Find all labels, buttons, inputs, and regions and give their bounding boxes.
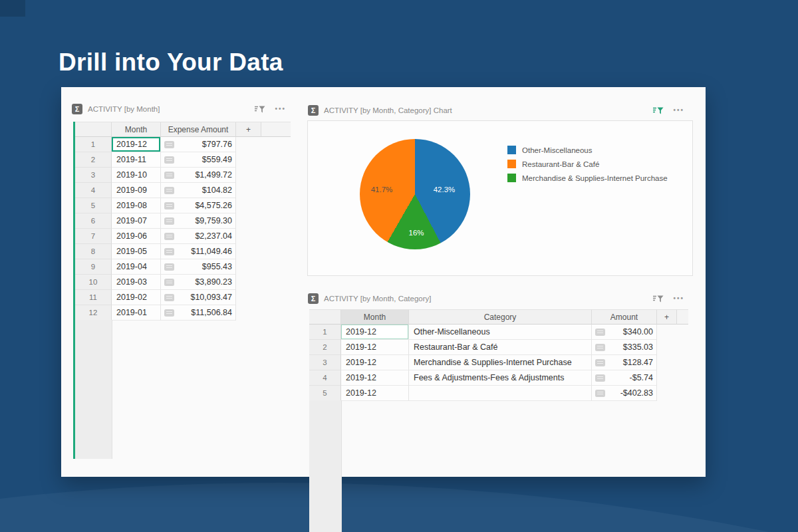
chart-widget-header: Σ ACTIVITY [by Month, Category] Chart ••… <box>308 104 684 117</box>
table-row: 8 2019-05 $11,049.46 <box>75 244 291 259</box>
add-column-button[interactable]: + <box>236 122 261 137</box>
expense-amount-cell[interactable]: $9,759.30 <box>161 213 236 229</box>
month-cell[interactable]: 2019-12 <box>341 325 409 340</box>
expense-amount-cell[interactable]: $559.49 <box>161 152 236 168</box>
amount-cell[interactable]: $335.03 <box>592 340 657 355</box>
row-number-cell[interactable]: 4 <box>75 183 112 198</box>
rollup-icon <box>595 329 605 336</box>
month-cell[interactable]: 2019-11 <box>112 152 161 168</box>
chart-legend: Other-Miscellaneous Restaurant-Bar & Caf… <box>507 143 668 185</box>
month-cell[interactable]: 2019-12 <box>341 370 409 386</box>
empty-header-cell <box>261 122 291 137</box>
amount-cell[interactable]: -$402.83 <box>592 386 657 401</box>
month-cell[interactable]: 2019-01 <box>112 305 161 321</box>
expense-amount-cell[interactable]: $104.82 <box>161 183 236 198</box>
expense-amount-cell[interactable]: $3,890.23 <box>161 275 236 290</box>
expense-amount-cell[interactable]: $10,093.47 <box>161 290 236 305</box>
row-number-cell[interactable]: 8 <box>75 244 112 259</box>
category-cell[interactable] <box>409 386 592 401</box>
rollup-icon <box>164 172 174 179</box>
rollup-icon <box>164 279 174 286</box>
month-cell[interactable]: 2019-12 <box>341 355 409 370</box>
table-row: 4 2019-12 Fees & Adjustments-Fees & Adju… <box>309 370 688 386</box>
month-cell[interactable]: 2019-04 <box>112 259 161 275</box>
row-number-header[interactable] <box>75 122 112 137</box>
month-cell[interactable]: 2019-02 <box>112 290 161 305</box>
row-number-header[interactable] <box>309 310 341 325</box>
filter-icon[interactable] <box>254 104 265 114</box>
row-number-cell[interactable]: 4 <box>309 370 341 386</box>
rollup-icon <box>164 217 174 225</box>
monthly-widget-header: Σ ACTIVITY [by Month] ••• <box>72 102 286 116</box>
row-number-cell[interactable]: 5 <box>309 386 341 401</box>
monthly-grid-header: Month Expense Amount + <box>75 122 291 137</box>
amount-cell[interactable]: -$5.74 <box>592 370 657 386</box>
row-number-cell[interactable]: 10 <box>75 275 112 290</box>
empty-row-header-strip <box>75 320 112 459</box>
row-number-cell[interactable]: 2 <box>309 340 341 355</box>
row-number-cell[interactable]: 6 <box>75 213 112 229</box>
filter-icon-active[interactable] <box>652 106 664 116</box>
amount-cell[interactable]: $340.00 <box>592 325 657 340</box>
month-cell[interactable]: 2019-12 <box>112 137 161 152</box>
corner-decoration <box>0 0 25 17</box>
column-header-expense-amount[interactable]: Expense Amount <box>161 122 236 137</box>
sigma-icon: Σ <box>308 105 319 116</box>
month-cell[interactable]: 2019-07 <box>112 213 161 229</box>
legend-swatch <box>507 146 516 154</box>
row-number-cell[interactable]: 7 <box>75 229 112 244</box>
row-number-cell[interactable]: 11 <box>75 290 112 305</box>
expense-amount-cell[interactable]: $4,575.26 <box>161 198 236 213</box>
month-cell[interactable]: 2019-10 <box>112 168 161 183</box>
table-row: 12 2019-01 $11,506.84 <box>75 305 291 321</box>
pie-slice-label: 41.7% <box>371 186 393 194</box>
row-number-cell[interactable]: 5 <box>75 198 112 213</box>
legend-item: Merchandise & Supplies-Internet Purchase <box>507 171 668 185</box>
row-number-cell[interactable]: 1 <box>309 325 341 340</box>
expense-amount-cell[interactable]: $11,506.84 <box>161 305 236 321</box>
expense-amount-cell[interactable]: $797.76 <box>161 137 236 152</box>
row-number-cell[interactable]: 9 <box>75 259 112 275</box>
filter-icon[interactable] <box>652 294 664 304</box>
category-cell[interactable]: Restaurant-Bar & Café <box>409 340 592 355</box>
column-header-category[interactable]: Category <box>409 310 592 325</box>
month-cell[interactable]: 2019-03 <box>112 275 161 290</box>
column-header-month[interactable]: Month <box>341 310 409 325</box>
expense-amount-cell[interactable]: $2,237.04 <box>161 229 236 244</box>
expense-amount-cell[interactable]: $1,499.72 <box>161 168 236 183</box>
add-column-button[interactable]: + <box>657 310 677 325</box>
detail-grid-rows: 1 2019-12 Other-Miscellaneous $340.00 2 <box>309 325 688 401</box>
expense-amount-cell[interactable]: $11,049.46 <box>161 244 236 259</box>
rollup-icon <box>595 344 605 351</box>
row-number-cell[interactable]: 2 <box>75 152 112 168</box>
amount-cell[interactable]: $128.47 <box>592 355 657 370</box>
row-number-cell[interactable]: 12 <box>75 305 112 321</box>
month-cell[interactable]: 2019-05 <box>112 244 161 259</box>
row-number-cell[interactable]: 3 <box>75 168 112 183</box>
month-cell[interactable]: 2019-12 <box>341 340 409 355</box>
sigma-icon: Σ <box>72 104 82 114</box>
more-options-icon[interactable]: ••• <box>673 107 684 114</box>
more-options-icon[interactable]: ••• <box>275 106 286 112</box>
month-cell[interactable]: 2019-12 <box>341 386 409 401</box>
empty-header-cell <box>677 310 688 325</box>
column-header-amount[interactable]: Amount <box>592 310 657 325</box>
month-cell[interactable]: 2019-08 <box>112 198 161 213</box>
more-options-icon[interactable]: ••• <box>673 295 684 302</box>
month-cell[interactable]: 2019-06 <box>112 229 161 244</box>
table-row: 3 2019-10 $1,499.72 <box>75 168 291 183</box>
legend-item: Other-Miscellaneous <box>507 143 668 157</box>
category-cell[interactable]: Merchandise & Supplies-Internet Purchase <box>409 355 592 370</box>
category-cell[interactable]: Other-Miscellaneous <box>409 325 592 340</box>
table-row: 5 2019-08 $4,575.26 <box>75 198 291 213</box>
row-number-cell[interactable]: 1 <box>75 137 112 152</box>
month-cell[interactable]: 2019-09 <box>112 183 161 198</box>
grid-accent-bar <box>73 122 75 459</box>
table-row: 3 2019-12 Merchandise & Supplies-Interne… <box>309 355 688 370</box>
column-header-month[interactable]: Month <box>112 122 161 137</box>
category-cell[interactable]: Fees & Adjustments-Fees & Adjustments <box>409 370 592 386</box>
table-row: 2 2019-12 Restaurant-Bar & Café $335.03 <box>309 340 688 355</box>
expense-amount-cell[interactable]: $955.43 <box>161 259 236 275</box>
rollup-icon <box>164 294 174 301</box>
row-number-cell[interactable]: 3 <box>309 355 341 370</box>
